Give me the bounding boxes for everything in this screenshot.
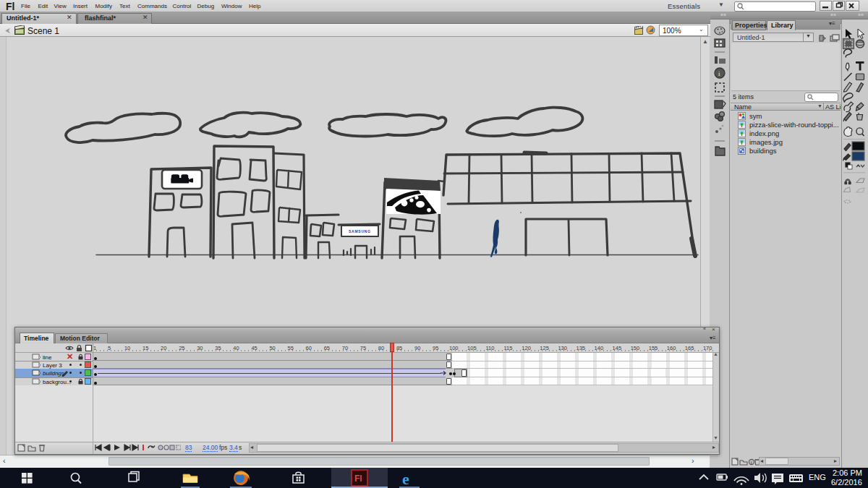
svg-text:SAMSUNG: SAMSUNG (349, 229, 371, 234)
svg-text:e: e (402, 470, 409, 488)
svg-text:Fl: Fl (354, 474, 362, 484)
svg-text:i: i (751, 460, 752, 466)
